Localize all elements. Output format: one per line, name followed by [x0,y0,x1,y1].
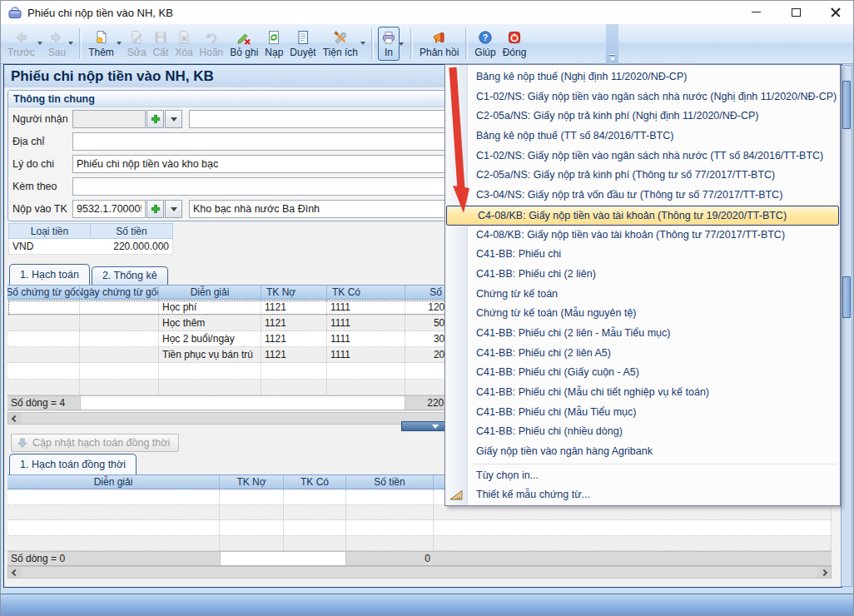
dropdown-arrow-icon [360,42,365,45]
toolbar-button-tien-ich[interactable]: Tiện ích [320,27,360,61]
column-header: TK Có [284,475,346,489]
toolbar-button-cat[interactable]: Cất [151,27,171,61]
app-icon [7,5,22,20]
print-menu-item[interactable]: C2-05a/NS: Giấy nộp trả kinh phí (Nghị đ… [445,107,840,127]
toolbar-button-bo-ghi[interactable]: Bỏ ghi [227,27,261,61]
print-menu-item[interactable]: C3-04/NS: Giấy nộp trả vốn đầu tư (Thông… [445,186,840,206]
column-header: TK Nợ [220,475,284,489]
print-menu-item[interactable]: C1-02/NS: Giấy nộp tiền vào ngân sách nh… [445,147,840,166]
toolbar-button-giup[interactable]: ? Giúp [472,27,498,61]
row-count-label: Số dòng = 4 [7,396,80,410]
vscrollbar-thumb[interactable] [842,276,851,318]
nguoi-nhan-dropdown-button[interactable] [165,110,182,128]
toolbar-button-in[interactable]: In [378,27,400,61]
field-label: Kèm theo [12,181,72,192]
arrow-left-icon [13,30,28,46]
empty-row[interactable] [7,520,832,536]
scroll-left-button[interactable] [8,413,22,424]
status-bar [1,594,853,616]
column-header: Số chứng từ gốc [7,286,80,299]
toolbar-button-phan-hoi[interactable]: Phản hồi [417,27,461,61]
print-menu-item[interactable]: C41-BB: Phiếu chi (Mẫu Tiểu mục) [445,403,840,423]
dropdown-arrow-icon [68,42,73,45]
print-menu-item[interactable]: C41-BB: Phiếu chi (Giấy cuộn - A5) [445,363,840,383]
print-menu-item[interactable]: Bảng kê nộp thuế (Nghị định 11/2020/NĐ-C… [445,67,840,87]
tab-thong-ke[interactable]: 2. Thống kê [92,266,168,285]
empty-row[interactable] [7,505,832,521]
tab-hach-toan-dong-thoi[interactable]: 1. Hạch toán đồng thời [9,454,137,474]
print-menu-item[interactable]: Chứng từ kế toán (Mẫu nguyên tệ) [445,304,840,324]
total-amount: 0 [346,552,434,565]
chevron-down-icon [171,117,177,122]
debit-cell: 1121 [261,315,327,330]
help-icon: ? [478,30,493,46]
column-header: TK Nợ [261,286,327,299]
row-count-label: Số dòng = 0 [7,552,220,565]
print-menu-item-highlighted[interactable]: C4-08/KB: Giấy nộp tiền vào tài khoản (T… [446,206,839,226]
toolbar-button-dong[interactable]: Đóng [500,27,529,61]
nguoi-nhan-code-input[interactable] [72,110,146,128]
minimize-button[interactable] [742,1,770,23]
arrow-right-icon [49,30,64,46]
toolbar-button-hoan[interactable]: Hoãn [197,27,226,61]
print-menu-item[interactable]: C41-BB: Phiếu chi (nhiều dòng) [445,422,840,442]
print-menu-item[interactable]: C41-BB: Phiếu chi (2 liên - Mẫu Tiểu mục… [445,324,840,344]
add-green-plus-button[interactable] [146,200,164,218]
close-button[interactable] [822,1,850,23]
scroll-left-button[interactable] [8,567,22,578]
print-menu-item[interactable]: Giấy nộp tiền vào ngân hàng Agribank [445,442,840,462]
maximize-button[interactable] [782,1,810,23]
maximize-icon [792,8,801,17]
print-menu-item-thiet-ke-mau[interactable]: Thiết kế mẫu chứng từ... [445,485,840,505]
column-header: Ngày chứng từ gốc [80,286,159,299]
toolbar-button-nap[interactable]: Nạp [262,27,285,61]
field-label: Nộp vào TK [12,203,72,215]
add-green-plus-button[interactable] [146,110,164,128]
empty-row[interactable] [7,536,832,552]
toolbar-button-duyet[interactable]: Duyệt [287,27,318,61]
toolbar-overflow-button[interactable] [606,24,618,64]
currency-grid-header: Loại tiền Số tiền [8,223,173,239]
nop-vao-tk-code-input[interactable] [72,200,146,218]
toolbar-button-truoc[interactable]: Trước [5,27,37,61]
field-label: Lý do chi [12,158,72,170]
print-menu-item[interactable]: C1-02/NS: Giấy nộp tiền vào ngân sách nh… [445,87,840,107]
toolbar-button-xoa[interactable]: Xóa [172,27,195,61]
scroll-right-button[interactable] [817,567,831,578]
minimize-icon [752,12,761,12]
tab-hach-toan[interactable]: 1. Hạch toán [9,264,90,285]
toolbar-button-sua[interactable]: Sửa [125,27,149,61]
currency-row[interactable]: VND 220.000.000 [8,239,173,255]
toolbar-button-sau[interactable]: Sau [46,27,68,61]
chevron-down-icon [610,57,615,61]
print-menu-item[interactable]: C4-08/KB: Giấy nộp tiền vào tài khoản (T… [445,226,840,246]
debit-cell: 1121 [261,331,327,346]
edit-document-icon [129,30,144,46]
print-menu-item-tuy-chon-in[interactable]: Tùy chọn in... [445,466,840,486]
desc-cell: Tiền phục vụ bán trú [159,347,261,362]
print-menu-item[interactable]: C41-BB: Phiếu chi [445,245,840,265]
print-menu-item[interactable]: Chứng từ kế toán [445,285,840,305]
currency-grid: Loại tiền Số tiền VND 220.000.000 [8,223,173,255]
print-menu-item[interactable]: Bảng kê nộp thuế (TT số 84/2016/TT-BTC) [445,127,840,147]
form-vscrollbar[interactable] [841,65,852,587]
print-menu-item[interactable]: C41-BB: Phiếu chi (2 liên) [445,265,840,285]
update-concurrent-button[interactable]: Cập nhật hạch toán đồng thời [11,434,179,452]
update-concurrent-label: Cập nhật hạch toán đồng thời [32,437,170,449]
toolbar-separator [371,28,374,59]
printer-icon [381,30,396,46]
print-menu-item[interactable]: C41-BB: Phiếu chi (2 liên A5) [445,344,840,364]
concurrent-grid-hscrollbar[interactable] [7,566,832,579]
dropdown-arrow-icon [117,42,122,45]
vscrollbar-thumb[interactable] [842,81,851,129]
print-menu-item[interactable]: C41-BB: Phiếu chi (Mẫu chi tiết nghiệp v… [445,383,840,403]
window-title: Phiếu chi nộp tiền vào NH, KB [27,7,173,19]
toolbar-button-them[interactable]: Thêm [86,27,117,61]
field-label: Địa chỉ [12,136,72,147]
chevron-down-icon [432,425,439,429]
menu-separator [473,464,837,464]
toolbar-overflow-icon [609,54,615,56]
print-menu-item[interactable]: C2-05a/NS: Giấy nộp trả kinh phí (Thông … [445,166,840,186]
nop-vao-tk-dropdown-button[interactable] [165,200,182,218]
debit-cell: 1121 [261,300,327,315]
